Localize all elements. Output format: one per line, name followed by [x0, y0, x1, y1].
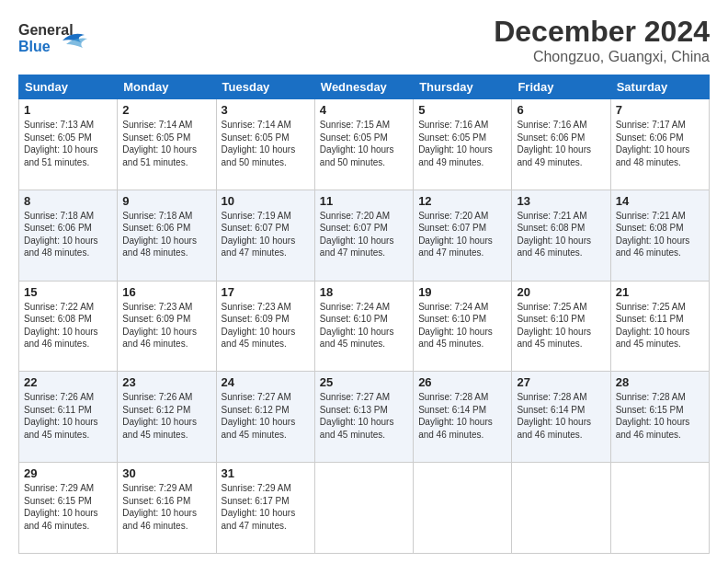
- calendar-cell: 30Sunrise: 7:29 AM Sunset: 6:16 PM Dayli…: [118, 463, 216, 554]
- calendar-cell: 13Sunrise: 7:21 AM Sunset: 6:08 PM Dayli…: [512, 190, 610, 281]
- day-info: Sunrise: 7:29 AM Sunset: 6:16 PM Dayligh…: [122, 482, 210, 532]
- day-info: Sunrise: 7:16 AM Sunset: 6:05 PM Dayligh…: [418, 119, 506, 168]
- day-number: 20: [517, 285, 605, 299]
- day-info: Sunrise: 7:26 AM Sunset: 6:11 PM Dayligh…: [24, 391, 112, 441]
- day-number: 17: [222, 285, 310, 299]
- calendar-cell: 28Sunrise: 7:28 AM Sunset: 6:15 PM Dayli…: [610, 372, 709, 463]
- calendar-week-row: 8Sunrise: 7:18 AM Sunset: 6:06 PM Daylig…: [19, 190, 710, 281]
- calendar-day-header: Saturday: [610, 75, 709, 99]
- calendar-day-header: Tuesday: [216, 75, 314, 99]
- day-info: Sunrise: 7:16 AM Sunset: 6:06 PM Dayligh…: [517, 119, 605, 168]
- day-info: Sunrise: 7:18 AM Sunset: 6:06 PM Dayligh…: [24, 210, 112, 259]
- calendar-cell: 16Sunrise: 7:23 AM Sunset: 6:09 PM Dayli…: [118, 281, 216, 372]
- day-number: 12: [418, 194, 506, 208]
- day-info: Sunrise: 7:28 AM Sunset: 6:14 PM Dayligh…: [517, 391, 605, 441]
- day-number: 31: [222, 466, 310, 480]
- day-number: 13: [517, 194, 605, 208]
- day-info: Sunrise: 7:23 AM Sunset: 6:09 PM Dayligh…: [222, 301, 310, 350]
- calendar-day-header: Wednesday: [314, 75, 413, 99]
- logo-icon: General Blue: [18, 15, 92, 65]
- day-number: 27: [517, 375, 605, 389]
- calendar-cell: 17Sunrise: 7:23 AM Sunset: 6:09 PM Dayli…: [216, 281, 314, 372]
- day-number: 28: [616, 375, 704, 389]
- calendar-cell: 5Sunrise: 7:16 AM Sunset: 6:05 PM Daylig…: [414, 99, 512, 190]
- calendar-header-row: SundayMondayTuesdayWednesdayThursdayFrid…: [19, 75, 710, 99]
- day-info: Sunrise: 7:21 AM Sunset: 6:08 PM Dayligh…: [517, 210, 605, 259]
- day-number: 4: [320, 103, 408, 117]
- calendar-cell: [512, 463, 610, 554]
- calendar-cell: 27Sunrise: 7:28 AM Sunset: 6:14 PM Dayli…: [512, 372, 610, 463]
- day-number: 10: [222, 194, 310, 208]
- calendar-cell: 21Sunrise: 7:25 AM Sunset: 6:11 PM Dayli…: [610, 281, 709, 372]
- day-number: 21: [616, 285, 704, 299]
- calendar-cell: 23Sunrise: 7:26 AM Sunset: 6:12 PM Dayli…: [118, 372, 216, 463]
- calendar-day-header: Thursday: [414, 75, 512, 99]
- header: General Blue December 2024 Chongzuo, Gua…: [18, 15, 710, 65]
- calendar-cell: 26Sunrise: 7:28 AM Sunset: 6:14 PM Dayli…: [414, 372, 512, 463]
- calendar-cell: 11Sunrise: 7:20 AM Sunset: 6:07 PM Dayli…: [314, 190, 413, 281]
- svg-text:General: General: [18, 22, 74, 38]
- day-number: 9: [122, 194, 210, 208]
- calendar-cell: 1Sunrise: 7:13 AM Sunset: 6:05 PM Daylig…: [19, 99, 118, 190]
- calendar-cell: 2Sunrise: 7:14 AM Sunset: 6:05 PM Daylig…: [118, 99, 216, 190]
- calendar-cell: 15Sunrise: 7:22 AM Sunset: 6:08 PM Dayli…: [19, 281, 118, 372]
- day-number: 1: [24, 103, 112, 117]
- calendar-cell: 12Sunrise: 7:20 AM Sunset: 6:07 PM Dayli…: [414, 190, 512, 281]
- calendar-cell: 4Sunrise: 7:15 AM Sunset: 6:05 PM Daylig…: [314, 99, 413, 190]
- calendar-cell: 7Sunrise: 7:17 AM Sunset: 6:06 PM Daylig…: [610, 99, 709, 190]
- calendar-cell: 25Sunrise: 7:27 AM Sunset: 6:13 PM Dayli…: [314, 372, 413, 463]
- day-info: Sunrise: 7:28 AM Sunset: 6:15 PM Dayligh…: [616, 391, 704, 441]
- day-number: 5: [418, 103, 506, 117]
- logo: General Blue: [18, 15, 92, 65]
- day-info: Sunrise: 7:24 AM Sunset: 6:10 PM Dayligh…: [418, 301, 506, 350]
- calendar-cell: 29Sunrise: 7:29 AM Sunset: 6:15 PM Dayli…: [19, 463, 118, 554]
- day-info: Sunrise: 7:28 AM Sunset: 6:14 PM Dayligh…: [418, 391, 506, 441]
- calendar-cell: 22Sunrise: 7:26 AM Sunset: 6:11 PM Dayli…: [19, 372, 118, 463]
- day-number: 2: [122, 103, 210, 117]
- day-info: Sunrise: 7:14 AM Sunset: 6:05 PM Dayligh…: [222, 119, 310, 168]
- day-info: Sunrise: 7:25 AM Sunset: 6:10 PM Dayligh…: [517, 301, 605, 350]
- calendar-cell: [414, 463, 512, 554]
- day-info: Sunrise: 7:13 AM Sunset: 6:05 PM Dayligh…: [24, 119, 112, 168]
- calendar-cell: 10Sunrise: 7:19 AM Sunset: 6:07 PM Dayli…: [216, 190, 314, 281]
- day-number: 6: [517, 103, 605, 117]
- calendar-cell: 24Sunrise: 7:27 AM Sunset: 6:12 PM Dayli…: [216, 372, 314, 463]
- day-number: 30: [122, 466, 210, 480]
- calendar-cell: [314, 463, 413, 554]
- calendar-cell: 6Sunrise: 7:16 AM Sunset: 6:06 PM Daylig…: [512, 99, 610, 190]
- calendar-day-header: Sunday: [19, 75, 118, 99]
- day-number: 22: [24, 375, 112, 389]
- day-number: 23: [122, 375, 210, 389]
- day-info: Sunrise: 7:19 AM Sunset: 6:07 PM Dayligh…: [222, 210, 310, 259]
- day-info: Sunrise: 7:29 AM Sunset: 6:15 PM Dayligh…: [24, 482, 112, 532]
- title-block: December 2024 Chongzuo, Guangxi, China: [494, 15, 710, 65]
- day-number: 14: [616, 194, 704, 208]
- day-info: Sunrise: 7:27 AM Sunset: 6:13 PM Dayligh…: [320, 391, 408, 441]
- calendar-cell: 14Sunrise: 7:21 AM Sunset: 6:08 PM Dayli…: [610, 190, 709, 281]
- day-info: Sunrise: 7:15 AM Sunset: 6:05 PM Dayligh…: [320, 119, 408, 168]
- page-container: General Blue December 2024 Chongzuo, Gua…: [0, 0, 728, 563]
- day-info: Sunrise: 7:25 AM Sunset: 6:11 PM Dayligh…: [616, 301, 704, 350]
- day-info: Sunrise: 7:24 AM Sunset: 6:10 PM Dayligh…: [320, 301, 408, 350]
- calendar-cell: 18Sunrise: 7:24 AM Sunset: 6:10 PM Dayli…: [314, 281, 413, 372]
- svg-text:Blue: Blue: [18, 39, 51, 54]
- calendar-day-header: Friday: [512, 75, 610, 99]
- location: Chongzuo, Guangxi, China: [494, 49, 710, 65]
- calendar-cell: 20Sunrise: 7:25 AM Sunset: 6:10 PM Dayli…: [512, 281, 610, 372]
- day-number: 16: [122, 285, 210, 299]
- day-info: Sunrise: 7:26 AM Sunset: 6:12 PM Dayligh…: [122, 391, 210, 441]
- day-number: 3: [222, 103, 310, 117]
- calendar-cell: 9Sunrise: 7:18 AM Sunset: 6:06 PM Daylig…: [118, 190, 216, 281]
- day-number: 8: [24, 194, 112, 208]
- calendar-table: SundayMondayTuesdayWednesdayThursdayFrid…: [18, 75, 710, 554]
- day-number: 26: [418, 375, 506, 389]
- month-title: December 2024: [494, 15, 710, 49]
- calendar-cell: 3Sunrise: 7:14 AM Sunset: 6:05 PM Daylig…: [216, 99, 314, 190]
- calendar-week-row: 15Sunrise: 7:22 AM Sunset: 6:08 PM Dayli…: [19, 281, 710, 372]
- day-info: Sunrise: 7:14 AM Sunset: 6:05 PM Dayligh…: [122, 119, 210, 168]
- day-number: 11: [320, 194, 408, 208]
- day-number: 24: [222, 375, 310, 389]
- calendar-cell: 31Sunrise: 7:29 AM Sunset: 6:17 PM Dayli…: [216, 463, 314, 554]
- day-info: Sunrise: 7:22 AM Sunset: 6:08 PM Dayligh…: [24, 301, 112, 350]
- day-number: 19: [418, 285, 506, 299]
